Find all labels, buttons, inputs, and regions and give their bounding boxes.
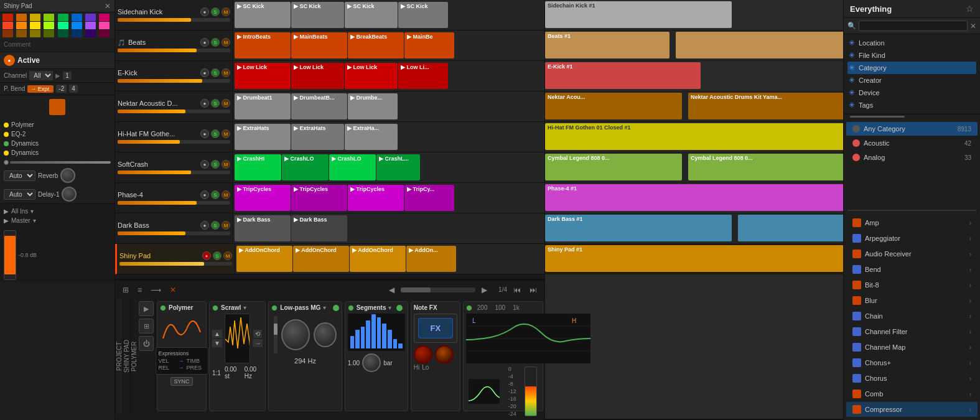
color-red2[interactable] <box>2 22 13 29</box>
arr-clip-nektar2[interactable]: Nektar Acoustic Drums Kit Yama... <box>688 93 850 119</box>
clip-crash-1[interactable]: ▶ CrashHI <box>235 154 281 180</box>
clip-ekick-4[interactable]: ▶ Low Li... <box>398 63 448 89</box>
segments-power[interactable] <box>348 305 354 311</box>
arr-clip-darkbass2[interactable] <box>738 215 850 241</box>
notefx-red-knob2[interactable] <box>435 345 454 364</box>
dev-channel-filter[interactable]: Channel Filter › <box>846 324 978 339</box>
track-mute-sidechainkick[interactable]: ● <box>200 7 209 16</box>
clip-phase4-4[interactable]: ▶ TripCy... <box>404 185 454 211</box>
arr-clip-beats[interactable]: Beats #1 <box>545 32 670 58</box>
icon-power[interactable]: ⏻ <box>139 336 154 351</box>
scroll-bar[interactable] <box>401 287 475 292</box>
track-mute-nektar[interactable]: ● <box>200 99 209 108</box>
arr-clip-shinypad[interactable]: Shiny Pad #1 <box>545 245 850 272</box>
search-clear-btn[interactable]: ✕ <box>970 22 976 30</box>
expr-btn[interactable]: → Expr. <box>27 85 54 93</box>
orange-button[interactable] <box>49 99 65 115</box>
filter-location[interactable]: ✳ Location <box>847 37 976 49</box>
cat-analog[interactable]: Analog 33 <box>846 151 978 164</box>
volume-fader[interactable] <box>4 230 16 280</box>
toolbar-btn-1[interactable]: ⊞ <box>120 284 131 296</box>
dev-blur[interactable]: Blur › <box>846 293 978 308</box>
color-green[interactable] <box>58 14 68 21</box>
close-btn[interactable]: ✕ <box>105 2 111 11</box>
track-s-nektar[interactable]: S <box>211 99 220 108</box>
filter-category[interactable]: ✳ Category <box>847 62 976 74</box>
clip-crash-2[interactable]: ▶ CrashLO <box>282 154 329 180</box>
toolbar-nav-right[interactable]: ▶ <box>479 284 490 296</box>
auto-select-2[interactable]: Auto <box>4 189 35 200</box>
color-green2[interactable] <box>58 22 68 29</box>
dev-audio-receiver[interactable]: Audio Receiver › <box>846 246 978 261</box>
clip-hihat-1[interactable]: ▶ ExtraHats <box>235 124 291 150</box>
lowpass-power[interactable] <box>271 305 278 311</box>
arr-clip-nektar[interactable]: Nektar Acou... <box>545 93 682 119</box>
sync-btn[interactable]: SYNC <box>170 377 192 386</box>
clip-nektar-3[interactable]: ▶ Drumbe... <box>348 93 398 119</box>
dev-bend[interactable]: Bend › <box>846 262 978 277</box>
clip-beats-3[interactable]: ▶ BreakBeats <box>348 32 404 58</box>
dev-arpeggiator[interactable]: Arpeggiator › <box>846 231 978 246</box>
arr-clip-ekick[interactable]: E-Kick #1 <box>545 62 701 89</box>
color-yellow[interactable] <box>30 14 40 21</box>
clip-darkbass-1[interactable]: ▶ Dark Bass <box>235 215 291 241</box>
search-input[interactable] <box>859 21 968 31</box>
star-icon[interactable]: ☆ <box>966 4 974 14</box>
dev-chorus-plus[interactable]: Chorus+ › <box>846 355 978 370</box>
arr-clip-phase4[interactable]: Phase-4 #1 <box>545 184 850 211</box>
clip-sckick-2[interactable]: ▶ SC Kick <box>291 2 344 28</box>
filter-device[interactable]: ✳ Device <box>847 86 976 99</box>
clip-shinypad-1[interactable]: ▶ AddOnChord <box>236 246 292 272</box>
lowpass-cutoff-knob[interactable] <box>281 319 310 350</box>
scrawl-arrow-btn[interactable]: → <box>253 339 263 347</box>
color-indigo[interactable] <box>85 30 96 37</box>
dev-compressor[interactable]: Compressor › <box>846 402 978 417</box>
clip-sckick-1[interactable]: ▶ SC Kick <box>235 2 291 28</box>
color-blue2[interactable] <box>72 22 82 29</box>
segments-dropdown[interactable]: ▾ <box>388 304 391 311</box>
color-darkgreen[interactable] <box>58 30 68 37</box>
track-s-beats[interactable]: S <box>211 38 220 47</box>
track-m-beats[interactable]: M <box>222 38 230 47</box>
clip-ekick-3[interactable]: ▶ Low Lick <box>345 63 398 89</box>
toolbar-nav-left[interactable]: ◀ <box>386 284 397 296</box>
color-yellow2[interactable] <box>30 22 40 29</box>
track-s-hihat[interactable]: S <box>211 129 220 138</box>
clip-shinypad-2[interactable]: ▶ AddOnChord <box>293 246 349 272</box>
clip-ekick-2[interactable]: ▶ Low Lick <box>291 63 344 89</box>
clip-hihat-3[interactable]: ▶ ExtraHa... <box>345 124 398 150</box>
arr-clip-softcrash2[interactable]: Cymbal Legend 808 0... <box>688 154 850 180</box>
color-olive[interactable] <box>30 30 40 37</box>
scrawl-loop-btn[interactable]: ⟲ <box>253 330 262 338</box>
clip-phase4-2[interactable]: ▶ TripCycles <box>291 185 347 211</box>
color-purple[interactable] <box>85 14 96 21</box>
track-m-phase4[interactable]: M <box>222 190 230 199</box>
filter-tags[interactable]: ✳ Tags <box>847 99 976 111</box>
delay-knob[interactable] <box>62 187 77 202</box>
segments-knob[interactable] <box>362 353 381 372</box>
clip-beats-2[interactable]: ▶ MainBeats <box>291 32 347 58</box>
color-darkolive[interactable] <box>44 30 54 37</box>
fx-button[interactable]: FX <box>418 318 453 338</box>
dev-chain[interactable]: Chain › <box>846 309 978 324</box>
clip-phase4-1[interactable]: ▶ TripCycles <box>235 185 291 211</box>
clip-shinypad-3[interactable]: ▶ AddOnChord <box>350 246 406 272</box>
color-brown[interactable] <box>2 30 13 37</box>
dev-bit8[interactable]: Bit-8 › <box>846 278 978 292</box>
track-s-phase4[interactable]: S <box>211 190 220 199</box>
clip-sckick-3[interactable]: ▶ SC Kick <box>345 2 398 28</box>
track-s-shinypad[interactable]: S <box>213 251 222 260</box>
filter-scrollbar[interactable] <box>850 116 905 118</box>
active-power-btn[interactable]: ● <box>4 55 15 66</box>
track-mute-hihat[interactable]: ● <box>200 129 209 138</box>
arr-clip-beats2[interactable] <box>676 32 850 58</box>
clip-crash-4[interactable]: ▶ CrashL... <box>376 154 420 180</box>
cat-acoustic[interactable]: Acoustic 42 <box>846 136 978 150</box>
lowpass-res-knob[interactable] <box>314 322 337 347</box>
track-m-darkbass[interactable]: M <box>222 221 230 230</box>
color-orange[interactable] <box>16 14 27 21</box>
eq2-power[interactable] <box>466 305 472 311</box>
auto-select-1[interactable]: Auto <box>4 170 35 181</box>
track-mute-ekick[interactable]: ● <box>200 68 209 77</box>
track-mute-darkbass[interactable]: ● <box>200 221 209 230</box>
